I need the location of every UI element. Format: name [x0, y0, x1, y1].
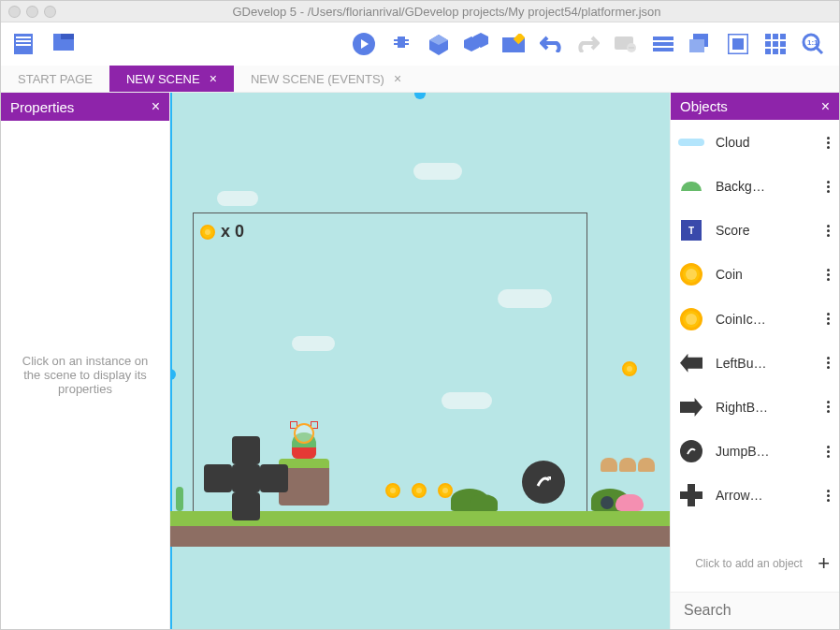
svg-rect-22 [653, 37, 673, 40]
object-thumbnail [674, 302, 708, 336]
scene-ground-dirt[interactable] [170, 526, 670, 547]
close-icon[interactable]: × [394, 72, 401, 85]
objects-list-item[interactable]: JumpB… [671, 429, 839, 473]
window-titlebar: GDevelop 5 - /Users/florianrival/GDevelo… [1, 1, 839, 22]
add-object-row[interactable]: Click to add an object + [671, 536, 839, 592]
edit-objectgroup-button[interactable] [459, 27, 493, 61]
zoom-reset-button[interactable]: 1:1 [796, 27, 830, 61]
svg-rect-28 [732, 38, 744, 50]
object-thumbnail [674, 125, 708, 159]
play-button[interactable] [347, 27, 381, 61]
scene-object-coin[interactable] [412, 483, 427, 498]
properties-panel: Properties × Click on an instance on the… [1, 93, 170, 629]
tab-label: START PAGE [18, 72, 93, 86]
svg-rect-29 [765, 34, 771, 39]
close-icon[interactable]: × [152, 98, 160, 115]
object-label: Coin [716, 267, 819, 282]
undo-button[interactable] [534, 27, 568, 61]
tab-label: NEW SCENE [126, 72, 200, 86]
plus-icon[interactable]: + [818, 551, 830, 576]
close-icon[interactable]: × [210, 72, 217, 85]
object-thumbnail [674, 390, 708, 424]
svg-rect-26 [689, 39, 704, 52]
scene-object-cactus[interactable] [176, 487, 183, 511]
tab-new-scene-events[interactable]: NEW SCENE (EVENTS) × [234, 66, 418, 92]
object-thumbnail: T [674, 213, 708, 247]
svg-point-42 [205, 229, 210, 235]
object-label: Backg… [716, 179, 819, 194]
scene-object-bridge[interactable] [619, 458, 636, 472]
objects-list-item[interactable]: Backg… [671, 165, 839, 209]
objects-search [671, 592, 839, 629]
svg-rect-30 [773, 34, 778, 39]
scene-overlay-jump-button[interactable] [522, 461, 565, 504]
object-thumbnail [674, 434, 708, 468]
tab-new-scene[interactable]: NEW SCENE × [109, 66, 234, 92]
properties-header: Properties × [1, 93, 169, 121]
objects-list-item[interactable]: RightB… [671, 385, 839, 429]
svg-rect-5 [61, 34, 74, 39]
scene-object-slime[interactable] [616, 494, 644, 511]
more-icon[interactable] [827, 446, 830, 458]
tab-start-page[interactable]: START PAGE [1, 66, 109, 92]
objects-list: CloudBackg…TScoreCoinCoinIc…LeftBu…Right… [671, 120, 839, 517]
scene-object-bridge[interactable] [638, 458, 655, 472]
close-icon[interactable]: × [821, 98, 830, 115]
window-minimize-button[interactable] [26, 6, 38, 18]
more-icon[interactable] [827, 490, 830, 502]
scene-canvas[interactable]: x 0 [170, 93, 670, 629]
scene-object-cloud[interactable] [217, 191, 258, 206]
scene-resize-handle-top[interactable] [414, 93, 426, 99]
objects-list-item[interactable]: Arrow… [671, 474, 839, 518]
scene-resize-handle-left[interactable] [170, 369, 176, 380]
scene-hud-coincount[interactable]: x 0 [200, 222, 244, 242]
object-thumbnail [674, 257, 708, 291]
properties-placeholder: Click on an instance on the scene to dis… [1, 121, 169, 629]
search-input[interactable] [682, 601, 840, 620]
export-button[interactable] [48, 27, 81, 61]
objects-list-item[interactable]: Coin [671, 253, 839, 297]
window-maximize-button[interactable] [44, 6, 56, 18]
objects-list-item[interactable]: CoinIc… [671, 297, 839, 341]
objects-list-item[interactable]: TScore [671, 209, 839, 253]
redo-button[interactable] [572, 27, 605, 61]
scene-object-cloud[interactable] [413, 163, 462, 180]
project-manager-button[interactable] [10, 27, 44, 61]
scene-object-coin[interactable] [438, 483, 453, 498]
coin-icon [200, 225, 215, 240]
more-icon[interactable] [827, 181, 830, 193]
scene-object-coin[interactable] [385, 483, 400, 498]
more-icon[interactable] [827, 225, 830, 237]
more-icon[interactable] [827, 269, 830, 281]
instances-button[interactable] [609, 27, 643, 61]
svg-rect-24 [653, 48, 673, 51]
scene-object-bridge[interactable] [601, 458, 617, 472]
layers-list-button[interactable] [646, 27, 680, 61]
scene-object-coin[interactable] [622, 361, 637, 376]
layers-button[interactable] [684, 27, 717, 61]
more-icon[interactable] [827, 313, 830, 325]
svg-rect-8 [398, 37, 405, 48]
svg-rect-32 [765, 41, 771, 47]
scene-object-fly[interactable] [601, 496, 614, 509]
more-icon[interactable] [827, 357, 830, 369]
svg-rect-37 [780, 49, 786, 54]
edit-scene-button[interactable] [497, 27, 530, 61]
scene-object-player[interactable] [290, 423, 318, 459]
grid-button[interactable] [759, 27, 792, 61]
objects-list-item[interactable]: LeftBu… [671, 341, 839, 385]
edit-object-button[interactable] [422, 27, 456, 61]
window-close-button[interactable] [8, 6, 21, 18]
mask-button[interactable] [721, 27, 755, 61]
scene-object-bush[interactable] [470, 494, 498, 511]
svg-rect-23 [653, 42, 673, 46]
debug-button[interactable] [384, 27, 418, 61]
scene-overlay-dpad[interactable] [204, 436, 288, 520]
properties-title: Properties [10, 99, 74, 115]
more-icon[interactable] [827, 401, 830, 413]
more-icon[interactable] [827, 137, 830, 149]
svg-rect-31 [780, 34, 786, 39]
svg-rect-1 [16, 37, 31, 38]
svg-rect-35 [765, 49, 771, 54]
objects-list-item[interactable]: Cloud [671, 120, 839, 164]
